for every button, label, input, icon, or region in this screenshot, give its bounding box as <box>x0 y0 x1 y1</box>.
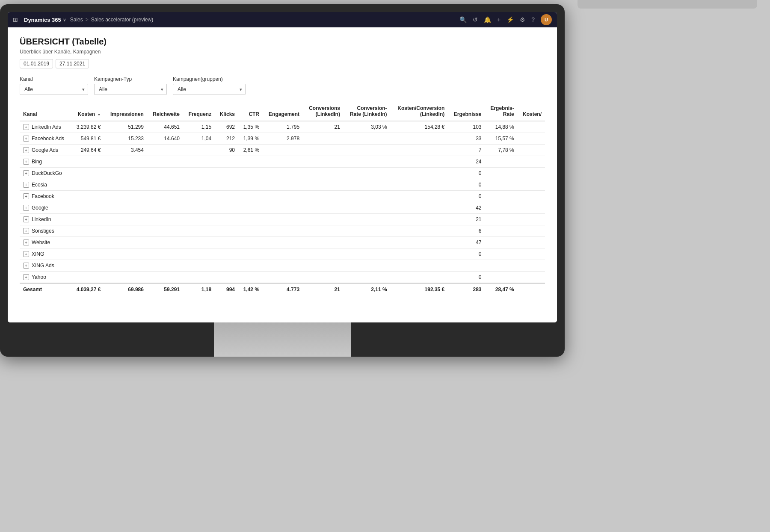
table-row: +Bing24 <box>20 156 545 168</box>
filter-kampgruppe-group: Kampagnen(gruppen) Alle <box>173 76 246 95</box>
expand-button[interactable]: + <box>23 216 29 222</box>
expand-button[interactable]: + <box>23 239 29 245</box>
cell-kosten_conversion_linkedin <box>391 248 448 260</box>
cell-kosten_conversion_linkedin <box>391 260 448 272</box>
cell-engagement <box>263 179 303 191</box>
table-row: +Facebook Ads549,81 €15.23314.6401,04212… <box>20 133 545 145</box>
notification-icon[interactable]: 🔔 <box>484 16 491 23</box>
expand-button[interactable]: + <box>23 147 29 153</box>
cell-klicks: 90 <box>215 145 238 156</box>
channel-name: Yahoo <box>32 274 46 280</box>
cell-ergebnisse: 0 <box>448 179 485 191</box>
table-row: +LinkedIn21 <box>20 214 545 225</box>
date-from[interactable]: 01.01.2019 <box>20 59 53 68</box>
cell-klicks: 692 <box>215 121 238 133</box>
expand-button[interactable]: + <box>23 170 29 176</box>
cell-kosten_conversion_linkedin <box>391 133 448 145</box>
cell-conversions_linkedin <box>303 214 344 225</box>
avatar[interactable]: U <box>541 14 552 25</box>
cell-impressionen <box>104 156 147 168</box>
cell-ergebnisse: 103 <box>448 121 485 133</box>
table-row: +XING0 <box>20 248 545 260</box>
footer-frequenz: 1,18 <box>183 283 215 296</box>
cell-reichweite <box>147 156 183 168</box>
cell-engagement <box>263 145 303 156</box>
expand-button[interactable]: + <box>23 182 29 188</box>
cell-ctr <box>238 156 263 168</box>
cell-reichweite: 44.651 <box>147 121 183 133</box>
cell-kosten: 249,64 € <box>71 145 104 156</box>
cell-kanal: +Google <box>20 202 71 214</box>
monitor-outer: ⊞ Dynamics 365 ∨ Sales > Sales accelerat… <box>0 4 565 357</box>
topbar-actions: 🔍 ↺ 🔔 + ⚡ ⚙ ? U <box>459 14 552 25</box>
expand-button[interactable]: + <box>23 136 29 142</box>
cell-kosten <box>71 202 104 214</box>
cell-ergebnisrate: 15,57 % <box>485 133 518 145</box>
filter-kanal-select[interactable]: Alle <box>20 84 88 95</box>
cell-conversions_linkedin <box>303 145 344 156</box>
cell-engagement: 1.795 <box>263 121 303 133</box>
table-row: +Yahoo0 <box>20 272 545 284</box>
cell-conversions_linkedin <box>303 260 344 272</box>
cell-klicks <box>215 168 238 179</box>
cell-ergebnisrate <box>485 260 518 272</box>
cell-kosten_conversion_linkedin <box>391 168 448 179</box>
cell-impressionen <box>104 237 147 248</box>
col-reichweite: Reichweite <box>147 103 183 121</box>
help-icon[interactable]: ? <box>531 16 535 23</box>
expand-button[interactable]: + <box>23 159 29 165</box>
cell-frequenz <box>183 260 215 272</box>
date-to[interactable]: 27.11.2021 <box>56 59 89 68</box>
grid-icon[interactable]: ⊞ <box>13 16 18 23</box>
cell-ctr <box>238 248 263 260</box>
footer-reichweite: 59.291 <box>147 283 183 296</box>
cell-engagement <box>263 168 303 179</box>
breadcrumb-sales[interactable]: Sales <box>70 17 83 23</box>
cell-kosten_ergebnis <box>518 248 545 260</box>
filter-kamptyp-select[interactable]: Alle <box>94 84 167 95</box>
cell-kanal: +Facebook Ads <box>20 133 71 145</box>
channel-name: LinkedIn <box>32 216 51 222</box>
brand[interactable]: Dynamics 365 ∨ <box>24 17 66 23</box>
cell-engagement: 2.978 <box>263 133 303 145</box>
refresh-icon[interactable]: ↺ <box>473 16 478 23</box>
search-icon[interactable]: 🔍 <box>459 16 467 23</box>
col-ergebnisse: Ergebnisse <box>448 103 485 121</box>
expand-button[interactable]: + <box>23 251 29 257</box>
cell-ergebnisrate <box>485 248 518 260</box>
filter-icon[interactable]: ⚡ <box>506 16 514 23</box>
cell-kanal: +Bing <box>20 156 71 168</box>
cell-conversions_linkedin <box>303 156 344 168</box>
filter-kampgruppe-select[interactable]: Alle <box>173 84 246 95</box>
cell-conversions_linkedin <box>303 133 344 145</box>
cell-kosten: 3.239,82 € <box>71 121 104 133</box>
table-row: +Website47 <box>20 237 545 248</box>
col-ctr: CTR <box>238 103 263 121</box>
channel-name: LinkedIn Ads <box>32 124 61 130</box>
expand-button[interactable]: + <box>23 124 29 130</box>
filter-kampgruppe-label: Kampagnen(gruppen) <box>173 76 246 82</box>
table-footer-row: Gesamt 4.039,27 € 69.986 59.291 1,18 994… <box>20 283 545 296</box>
cell-kosten_ergebnis <box>518 156 545 168</box>
table-row: +Google Ads249,64 €3.454902,61 %77,78 % <box>20 145 545 156</box>
cell-ergebnisse: 42 <box>448 202 485 214</box>
expand-button[interactable]: + <box>23 205 29 211</box>
expand-button[interactable]: + <box>23 193 29 199</box>
cell-ctr <box>238 272 263 284</box>
col-klicks: Klicks <box>215 103 238 121</box>
cell-kanal: +Facebook <box>20 191 71 202</box>
expand-button[interactable]: + <box>23 274 29 280</box>
cell-conversions_linkedin <box>303 237 344 248</box>
cell-ergebnisse: 0 <box>448 191 485 202</box>
cell-kanal: +Google Ads <box>20 145 71 156</box>
settings-icon[interactable]: ⚙ <box>520 16 525 23</box>
cell-kanal: +XING Ads <box>20 260 71 272</box>
expand-button[interactable]: + <box>23 228 29 234</box>
breadcrumb-accelerator[interactable]: Sales accelerator (preview) <box>91 17 153 23</box>
cell-kosten_conversion_linkedin <box>391 156 448 168</box>
monitor-screen: ⊞ Dynamics 365 ∨ Sales > Sales accelerat… <box>8 12 557 322</box>
add-icon[interactable]: + <box>497 16 500 23</box>
cell-engagement <box>263 202 303 214</box>
breadcrumb: Sales > Sales accelerator (preview) <box>70 17 455 23</box>
expand-button[interactable]: + <box>23 263 29 269</box>
